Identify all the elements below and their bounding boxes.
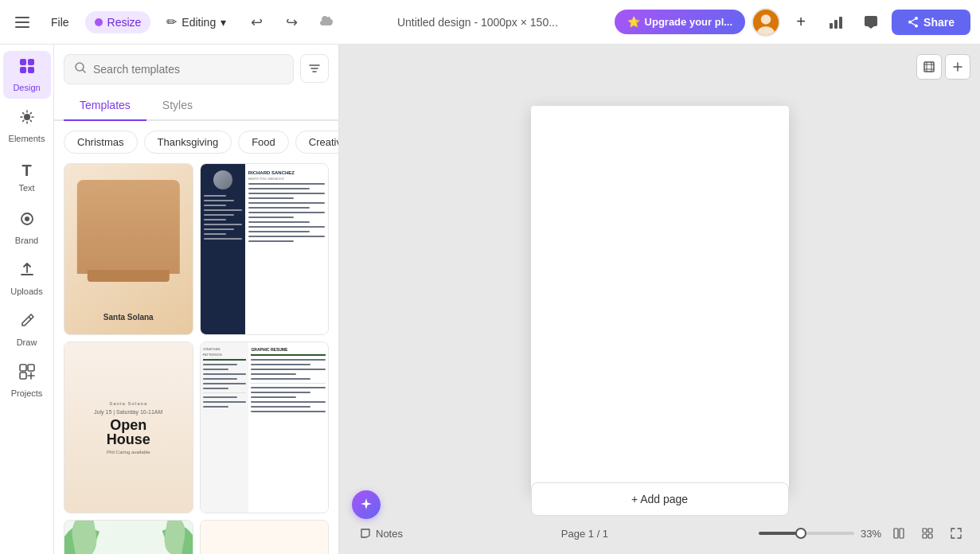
r-bar	[204, 205, 227, 206]
template-card-2[interactable]: RICHARD SANCHEZ MARKETING MANAGER	[200, 163, 330, 335]
upgrade-button[interactable]: ⭐ Upgrade your pl...	[615, 10, 746, 34]
grid-columns: Santa Solana	[64, 163, 329, 554]
svg-rect-26	[928, 534, 932, 538]
template-card-3[interactable]: Santa Solana July 15 | Saturday 10-11AM …	[64, 341, 193, 513]
template-1-label: Santa Solana	[103, 313, 154, 322]
sidebar-item-projects-label: Projects	[11, 388, 43, 398]
add-page-button[interactable]: + Add page	[531, 482, 789, 516]
r-bar	[204, 238, 242, 240]
sidebar-item-design[interactable]: Design	[3, 51, 51, 99]
svg-rect-0	[15, 17, 29, 18]
chip-thanksgiving[interactable]: Thanksgiving	[144, 131, 232, 154]
layout-view-button[interactable]	[888, 522, 910, 544]
frame-button[interactable]	[916, 54, 942, 80]
draw-icon	[18, 312, 36, 334]
topbar: File Resize ✏ Editing ▾ ↩ ↪ Untitled des…	[0, 0, 980, 45]
tab-templates[interactable]: Templates	[64, 91, 146, 121]
resume-sidebar	[201, 164, 245, 334]
zoom-percentage: 33%	[861, 528, 881, 540]
sidebar-item-draw[interactable]: Draw	[3, 306, 51, 353]
canvas-toolbar	[916, 54, 970, 80]
r-bar	[204, 200, 235, 201]
brand-icon	[18, 210, 36, 232]
file-button[interactable]: File	[41, 11, 79, 33]
upgrade-label: Upgrade your pl...	[645, 16, 733, 28]
svg-rect-9	[20, 59, 26, 65]
main-area: Design Elements T Text Brand	[0, 45, 980, 554]
sidebar-item-design-label: Design	[13, 83, 40, 92]
cloud-button[interactable]	[312, 8, 341, 37]
analytics-button[interactable]	[822, 8, 850, 37]
zoom-thumb[interactable]	[795, 528, 806, 539]
sidebar-item-uploads-label: Uploads	[10, 287, 42, 296]
template-card-5[interactable]: OLIVIA WILSON PRO	[64, 520, 193, 554]
undo-button[interactable]: ↩	[242, 8, 271, 37]
share-button[interactable]: Share	[892, 10, 970, 35]
zoom-fill	[759, 532, 797, 535]
design-icon	[18, 57, 36, 80]
svg-rect-23	[923, 529, 927, 533]
resume-avatar	[213, 170, 232, 189]
template-card-6[interactable]	[200, 520, 330, 554]
sidebar-item-uploads[interactable]: Uploads	[3, 255, 51, 302]
resume2-right: GRAPHIC RESUME	[248, 342, 328, 513]
fullscreen-button[interactable]	[945, 522, 967, 544]
r-bar	[204, 209, 242, 211]
avatar[interactable]	[752, 8, 780, 37]
filter-button[interactable]	[300, 54, 329, 83]
upgrade-star-icon: ⭐	[627, 16, 640, 28]
canvas-area: + Add page Notes Page 1 / 1 33%	[339, 45, 980, 554]
r-bar	[204, 214, 235, 216]
add-collaborator-button[interactable]: +	[787, 8, 815, 37]
svg-rect-22	[900, 529, 904, 538]
redo-button[interactable]: ↪	[277, 8, 306, 37]
resume-main: RICHARD SANCHEZ MARKETING MANAGER	[245, 164, 328, 334]
template-preview-3: Santa Solana July 15 | Saturday 10-11AM …	[64, 342, 193, 513]
resize-button[interactable]: Resize	[85, 11, 151, 33]
template-preview-5: OLIVIA WILSON	[64, 521, 193, 554]
svg-point-15	[25, 217, 29, 221]
svg-point-13	[24, 114, 30, 120]
grid-view-button[interactable]	[916, 522, 939, 544]
leaf-2	[69, 521, 100, 554]
svg-rect-6	[830, 23, 833, 29]
zoom-area: 33%	[759, 522, 967, 544]
document-title: Untitled design - 1000px × 150...	[347, 16, 607, 29]
tpl-oh-subtitle: Phil Caring available	[107, 450, 150, 455]
svg-rect-11	[20, 67, 26, 73]
search-icon	[74, 61, 87, 77]
svg-rect-10	[28, 59, 34, 65]
chip-christmas[interactable]: Christmas	[64, 131, 138, 154]
sidebar-item-brand[interactable]: Brand	[3, 204, 51, 252]
template-card-1[interactable]: Santa Solana	[64, 163, 193, 335]
svg-rect-17	[28, 365, 34, 371]
menu-icon[interactable]	[10, 10, 35, 35]
notes-label: Notes	[376, 528, 403, 540]
chip-food[interactable]: Food	[238, 131, 289, 154]
svg-rect-24	[928, 529, 932, 533]
tpl-oh-address: Santa Solana	[109, 401, 147, 406]
comments-button[interactable]	[857, 8, 885, 37]
notes-button[interactable]: Notes	[352, 523, 411, 544]
template-card-4[interactable]: JONATHAN PATTERSON	[200, 341, 330, 513]
sidebar-icons: Design Elements T Text Brand	[0, 45, 54, 554]
chip-other[interactable]: Creative	[295, 131, 338, 154]
left-panel: Templates Styles Christmas Thanksgiving …	[54, 45, 339, 554]
panel-tabs: Templates Styles	[54, 91, 338, 121]
zoom-slider[interactable]	[759, 532, 854, 535]
svg-rect-16	[20, 365, 26, 371]
sidebar-item-elements[interactable]: Elements	[3, 102, 51, 150]
editing-button[interactable]: ✏ Editing ▾	[157, 10, 236, 34]
r-bar	[204, 228, 235, 230]
canvas-page	[531, 106, 789, 493]
sidebar-item-draw-label: Draw	[17, 337, 37, 347]
search-input[interactable]	[93, 63, 283, 76]
resize-label: Resize	[107, 16, 142, 29]
svg-rect-25	[923, 534, 927, 538]
sidebar-item-projects[interactable]: Projects	[3, 357, 51, 404]
sidebar-item-text[interactable]: T Text	[3, 153, 51, 201]
resume2-left: JONATHAN PATTERSON	[201, 342, 249, 513]
tab-styles[interactable]: Styles	[146, 91, 209, 121]
add-section-button[interactable]	[945, 54, 970, 80]
search-bar-area	[54, 45, 338, 91]
